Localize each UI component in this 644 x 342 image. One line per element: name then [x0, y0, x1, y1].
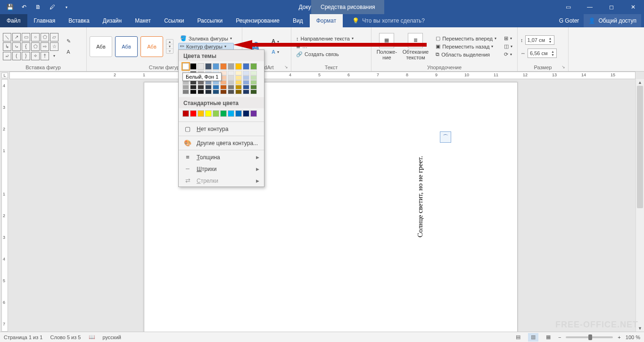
tab-insert[interactable]: Вставка: [62, 14, 96, 27]
qat-dropdown-icon[interactable]: ▾: [60, 1, 73, 13]
status-words[interactable]: Слово 5 из 5: [50, 334, 81, 340]
web-layout-icon[interactable]: ▦: [543, 333, 553, 342]
color-swatch[interactable]: [182, 85, 189, 90]
color-swatch[interactable]: [213, 110, 219, 117]
color-swatch[interactable]: [198, 63, 204, 70]
color-swatch[interactable]: [190, 85, 197, 90]
selection-pane-button[interactable]: ⧉Область выделения: [434, 51, 498, 58]
tab-file[interactable]: Файл: [0, 14, 27, 27]
color-swatch[interactable]: [235, 71, 242, 75]
text-fill-button[interactable]: A▾: [270, 38, 281, 46]
color-swatch[interactable]: [220, 110, 227, 117]
color-swatch[interactable]: [250, 110, 257, 117]
color-swatch[interactable]: [213, 85, 219, 90]
vertical-scrollbar[interactable]: ▲ ▼: [636, 79, 644, 332]
align-text-button[interactable]: ≣…: [294, 43, 355, 50]
tab-view[interactable]: Вид: [286, 14, 310, 27]
shape-outline-button[interactable]: ✏ Контур фигуры ▾: [178, 43, 234, 50]
style-swatch-2[interactable]: Абв: [115, 36, 138, 57]
color-swatch[interactable]: [250, 85, 257, 90]
position-button[interactable]: ▦ Положе­ние: [374, 33, 399, 60]
color-swatch[interactable]: [182, 90, 189, 94]
tell-me-search[interactable]: 💡 Что вы хотите сделать?: [352, 14, 425, 27]
spellcheck-icon[interactable]: 📖: [89, 334, 95, 340]
color-swatch[interactable]: [228, 63, 234, 70]
spin-up-icon[interactable]: ▲: [551, 50, 554, 53]
color-swatch[interactable]: [220, 90, 227, 94]
outline-weight-item[interactable]: ≡ Толщина ▶: [179, 151, 264, 163]
color-swatch[interactable]: [198, 110, 204, 117]
shape-width-input[interactable]: 6,56 см ▲▼: [528, 49, 557, 58]
save-icon[interactable]: 💾: [4, 1, 16, 13]
color-swatch[interactable]: [228, 85, 234, 90]
color-swatch[interactable]: [235, 90, 242, 94]
color-swatch[interactable]: [198, 90, 204, 94]
color-swatch[interactable]: [220, 63, 227, 70]
draw-textbox-icon[interactable]: A: [63, 47, 74, 57]
outline-dashes-item[interactable]: ┈ Штрихи ▶: [179, 163, 264, 175]
dialog-launcher-icon[interactable]: ↘: [561, 65, 566, 70]
color-swatch[interactable]: [243, 80, 249, 85]
color-swatch[interactable]: [243, 63, 249, 70]
color-swatch[interactable]: [235, 75, 242, 80]
tab-references[interactable]: Ссылки: [157, 14, 190, 27]
minimize-icon[interactable]: —: [579, 0, 601, 14]
color-swatch[interactable]: [243, 90, 249, 94]
gallery-more-icon[interactable]: ▿: [166, 49, 173, 53]
gallery-up-icon[interactable]: ▴: [166, 40, 173, 44]
text-outline-button[interactable]: [270, 47, 281, 48]
color-swatch[interactable]: [243, 85, 249, 90]
text-effects-button[interactable]: A▾: [270, 49, 281, 55]
tab-mailings[interactable]: Рассылки: [190, 14, 229, 27]
shape-height-input[interactable]: 1,07 см ▲▼: [525, 35, 554, 45]
color-swatch[interactable]: [213, 63, 219, 70]
spin-down-icon[interactable]: ▼: [551, 53, 554, 57]
shape-style-gallery[interactable]: Абв Абв Абв: [90, 36, 163, 57]
color-swatch[interactable]: [205, 110, 212, 117]
redo-icon[interactable]: 🗎: [32, 1, 44, 13]
status-page[interactable]: Страница 1 из 1: [4, 334, 42, 340]
color-swatch[interactable]: [228, 71, 234, 75]
color-swatch[interactable]: [243, 75, 249, 80]
tab-review[interactable]: Рецензирование: [229, 14, 286, 27]
align-button[interactable]: ⊞▾: [502, 35, 514, 42]
bring-forward-button[interactable]: ▢Переместить вперед▾: [434, 35, 498, 42]
color-swatch[interactable]: [235, 63, 242, 70]
vertical-ruler[interactable]: 43211234567: [0, 79, 9, 332]
send-backward-button[interactable]: ▣Переместить назад▾: [434, 43, 498, 50]
color-swatch[interactable]: [182, 110, 189, 117]
color-swatch[interactable]: [182, 63, 189, 70]
color-swatch[interactable]: [220, 85, 227, 90]
textbox-vertical-text[interactable]: Солнце светит, но не греет.: [416, 156, 424, 237]
undo-icon[interactable]: ↶: [18, 1, 30, 13]
print-layout-icon[interactable]: ▥: [528, 333, 538, 342]
edit-shape-icon[interactable]: ✎: [63, 37, 74, 46]
rotate-button[interactable]: ⟳▾: [502, 51, 514, 58]
create-link-button[interactable]: 🔗Создать связь: [294, 51, 355, 58]
color-swatch[interactable]: [205, 63, 212, 70]
color-swatch[interactable]: [190, 110, 197, 117]
dialog-launcher-icon[interactable]: ↘: [283, 65, 289, 70]
status-language[interactable]: русский: [103, 334, 121, 340]
color-swatch[interactable]: [250, 75, 257, 80]
zoom-in-icon[interactable]: +: [618, 334, 620, 340]
color-swatch[interactable]: [243, 110, 249, 117]
color-swatch[interactable]: [228, 110, 234, 117]
style-gallery-nav[interactable]: ▴ ▾ ▿: [166, 39, 173, 54]
share-button[interactable]: 👤 Общий доступ: [584, 14, 641, 27]
scrollbar-thumb[interactable]: [637, 86, 643, 208]
zoom-slider[interactable]: [566, 336, 613, 338]
shapes-gallery[interactable]: ＼↗▭○⬠▱ ↳⤿{⬠⇨☆ ⤾(}✧†▾: [3, 33, 58, 60]
text-direction-button[interactable]: ↕Направление текста▾: [294, 35, 355, 42]
color-swatch[interactable]: [228, 80, 234, 85]
color-swatch[interactable]: [243, 71, 249, 75]
account-user[interactable]: G Goter: [559, 17, 579, 24]
spin-down-icon[interactable]: ▼: [549, 40, 552, 43]
color-swatch[interactable]: [205, 85, 212, 90]
color-swatch[interactable]: [235, 85, 242, 90]
no-outline-item[interactable]: ▢ Нет контура: [179, 123, 264, 135]
color-swatch[interactable]: [228, 90, 234, 94]
maximize-icon[interactable]: ◻: [601, 0, 622, 14]
more-outline-colors-item[interactable]: 🎨 Другие цвета контура...: [179, 137, 264, 149]
read-mode-icon[interactable]: ▤: [513, 333, 523, 342]
